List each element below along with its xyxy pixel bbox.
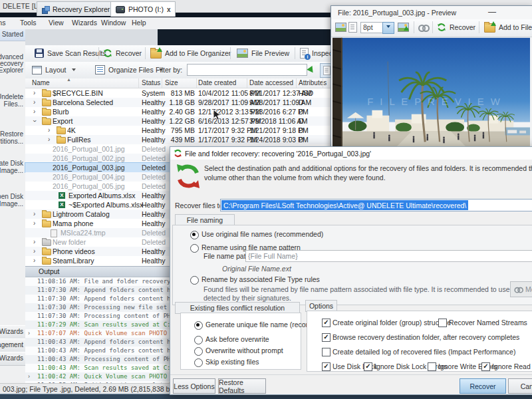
column-date-created[interactable]: Date created [198,79,236,86]
column-header[interactable]: NameStatusSizeDate createdDate accessedA… [25,78,331,88]
checkbox[interactable]: ✓ [322,333,331,342]
preview-add-to-organizer-button[interactable]: Add to File Organizer [484,21,532,34]
radio-button[interactable] [194,321,203,330]
dialog-recover-button[interactable]: Recover [460,378,506,394]
less-options-button[interactable]: Less Options [173,378,215,394]
expand-arrow-icon[interactable]: › [33,257,35,265]
pattern-value: {File Full Name} [248,252,298,260]
preview-title: File: 2016_Portugal_003.jpg - Preview [338,9,456,17]
more-button[interactable]: More... [510,281,532,297]
preview-text-mode-button[interactable] [348,21,357,34]
recover-button[interactable]: Recover [103,47,142,60]
expand-arrow-icon[interactable]: › [33,247,35,255]
sidebar-item-line[interactable]: Explorer [0,66,23,74]
preview-recover-button[interactable]: Recover [437,21,475,34]
log-text: 11:00:42 AM: Quick Volume scan PHOTO ( [37,372,174,381]
file-status: Healthy [142,126,166,135]
sidebar-item-line[interactable]: Create Disk [0,160,23,167]
expand-arrow-icon[interactable]: › [33,219,35,227]
dialog-titlebar[interactable]: File and folder recovery: recovering '20… [170,147,532,160]
table-row[interactable]: ›ExportHealthy1.22 GB6/16/2013 12:57 PM3… [25,116,331,126]
radio-button[interactable] [190,244,199,253]
pattern-input[interactable]: {File Full Name} [245,250,532,262]
preview-titlebar[interactable]: File: 2016_Portugal_003.jpg - Preview — [331,6,532,20]
sidebar-item-line[interactable]: Undelete [0,93,23,100]
sidebar-item-line[interactable]: Files... [4,100,23,108]
menu-item-view[interactable]: View [49,19,64,27]
collapse-arrow-icon[interactable]: › [31,120,39,122]
column-date-accessed[interactable]: Date accessed [249,79,293,86]
menu-item-help[interactable]: Help [132,19,146,27]
organize-files-button[interactable]: Organize Files [95,63,163,76]
sidebar-panel-button[interactable]: Recovery Wizards [0,325,25,339]
restore-defaults-button[interactable]: Restore Defaults [218,378,266,394]
font-size-dropdown-button[interactable] [382,22,394,34]
font-size-combo[interactable]: 8pt [360,22,383,33]
minimize-icon[interactable]: — [488,7,496,17]
menu-item-tools[interactable]: Tools [20,19,37,27]
checkbox[interactable]: ✓ [364,362,372,371]
export-image-button[interactable] [398,21,409,34]
menu-item-actions[interactable]: Actions [0,19,5,27]
expand-arrow-icon[interactable]: › [33,108,35,116]
radio-button[interactable] [194,358,203,367]
column-name[interactable]: Name [32,79,50,86]
expand-arrow-icon[interactable]: › [28,372,30,381]
sidebar-item-line[interactable]: Image... [0,200,23,207]
sidebar-panel-button[interactable]: Disk Management [0,338,25,352]
save-scan-results-button[interactable]: Save Scan Results [35,47,106,60]
link-icon [418,24,428,31]
expand-arrow-icon[interactable]: › [33,238,35,246]
checkbox[interactable] [322,348,331,356]
add-to-file-organizer-button[interactable]: Add to File Organizer [150,47,231,60]
file-preview-button[interactable]: File Preview [237,47,289,60]
table-row[interactable]: ›4KHealthy795 MB1/17/2017 9:32 PM1/21/20… [25,126,331,135]
log-text: 11:07:29 AM: Scan results saved at C:\ [37,321,174,329]
status-text: 003.jpg; File Type .jpg, Deleted, 2.69 M… [3,385,185,393]
sidebar-header-getting-started[interactable]: Getting Started [0,29,25,41]
table-row[interactable]: ›Barcelona SelectedHealthy1.18 GB9/28/20… [25,98,331,107]
checkbox[interactable]: ✓ [481,362,490,371]
radio-button[interactable] [190,276,199,285]
tab-recovery-explorer[interactable]: Recovery Explorer x [37,1,122,16]
expand-arrow-icon[interactable]: › [48,126,50,134]
file-naming-options-tab[interactable]: File naming options [175,214,235,225]
expand-arrow-icon[interactable]: › [28,329,30,338]
radio-button[interactable] [194,347,203,356]
sidebar-item-line[interactable]: Restore [0,130,23,138]
radio-button[interactable] [190,231,199,239]
expand-arrow-icon[interactable]: › [33,210,35,218]
checkbox[interactable] [438,319,447,327]
column-size[interactable]: Size [165,79,178,86]
close-tab-icon[interactable]: x [167,6,171,13]
sidebar-item-line[interactable]: Image... [0,167,23,174]
filter-input[interactable] [187,64,307,76]
expand-arrow-icon[interactable]: › [48,136,50,144]
radio-button[interactable] [194,336,203,344]
recover-to-input[interactable]: C:\Program Files\LSoft Technologies\Acti… [220,199,532,211]
file-size: 795 MB [165,126,195,135]
recovery-dialog: File and folder recovery: recovering '20… [170,146,532,395]
menu-item-wizards[interactable]: Wizards [72,19,97,27]
table-row[interactable]: ›$RECYCLE.BINSystem813 MB10/4/2012 11:05… [25,88,331,98]
screen: DELETE [Licensed to: LSoft Technologies]… [0,0,532,399]
expand-arrow-icon[interactable]: › [33,89,35,97]
expand-arrow-icon[interactable]: › [33,98,35,106]
table-row[interactable]: ›BlurbHealthy2.40 GB12/17/2012 3:13 PM5/… [25,107,331,116]
layout-button[interactable]: Layout [32,63,76,76]
checkbox[interactable]: ✓ [322,319,331,327]
apply-filter-button[interactable] [308,63,315,76]
link-button[interactable] [418,21,428,34]
sidebar-item-line[interactable]: Open Disk [0,193,23,200]
column-status[interactable]: Status [142,79,160,86]
dialog-cancel-button[interactable]: Cancel [508,378,532,394]
table-row[interactable]: ›FullResHealthy439 MB1/17/2017 9:32 PM1/… [25,135,331,144]
checkbox[interactable] [428,362,436,371]
checkbox[interactable]: ✓ [322,362,331,371]
tab-photo-drive[interactable]: PHOTO (I:) x [110,1,176,17]
sidebar-item-line[interactable]: Partitions... [0,138,23,145]
menu-item-window[interactable]: Window [101,19,126,27]
file-preview-watermark: F I L E P R E V I E W [367,96,502,107]
preview-image-mode-button[interactable] [335,21,346,34]
sidebar-panel-button[interactable]: Tool Wizards [0,352,25,366]
